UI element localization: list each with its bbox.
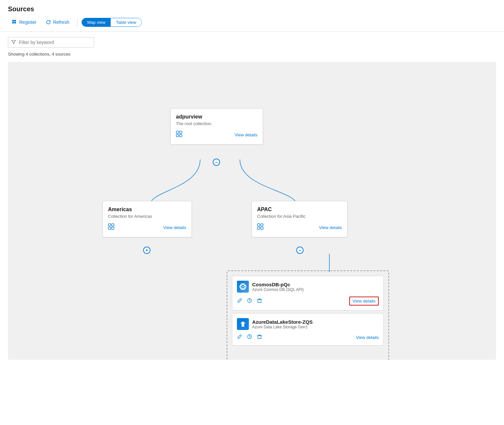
register-icon xyxy=(12,20,17,25)
toolbar-divider xyxy=(77,18,78,26)
svg-rect-1 xyxy=(14,20,16,22)
root-node-grid-icon xyxy=(176,131,183,139)
root-node-subtitle: The root collection. xyxy=(176,121,257,126)
apac-collapse-btn[interactable]: − xyxy=(296,247,304,254)
filter-icon xyxy=(11,40,16,45)
datalake-icon xyxy=(237,318,249,330)
svg-rect-6 xyxy=(180,131,182,133)
apac-node: APAC Collection for Asia Pacific View de… xyxy=(252,201,348,237)
svg-rect-11 xyxy=(108,227,111,229)
content-area: Showing 4 collections, 4 sources adpurvi… xyxy=(0,32,504,365)
datalake-actions xyxy=(237,334,262,341)
americas-node: Americas Collection for Americas View de… xyxy=(102,201,192,237)
filter-input[interactable] xyxy=(8,37,94,48)
americas-node-subtitle: Collection for Americas xyxy=(108,214,186,219)
showing-text: Showing 4 collections, 4 sources xyxy=(8,52,496,57)
toolbar: Register Refresh Map view Table view xyxy=(8,18,496,31)
cosmosdb-view-details-link[interactable]: View details xyxy=(349,297,379,306)
svg-point-20 xyxy=(242,286,244,287)
datalake-scan-icon[interactable] xyxy=(247,334,252,341)
cosmosdb-icon xyxy=(237,281,249,293)
apac-node-subtitle: Collection for Asia Pacific xyxy=(257,214,342,219)
cosmosdb-source-card: CosmosDB-pQc Azure Cosmos DB (SQL API) xyxy=(232,276,384,310)
page-title: Sources xyxy=(8,5,496,13)
svg-rect-3 xyxy=(14,22,16,24)
root-view-details-link[interactable]: View details xyxy=(235,132,257,137)
apac-sources-container: CosmosDB-pQc Azure Cosmos DB (SQL API) xyxy=(227,270,389,360)
svg-rect-22 xyxy=(258,300,261,303)
root-node: adpurview The root collection. View deta… xyxy=(170,108,263,145)
register-button[interactable]: Register xyxy=(8,18,40,27)
datalake-view-details-link[interactable]: View details xyxy=(356,335,379,340)
root-collapse-btn[interactable]: − xyxy=(213,159,220,166)
apac-node-grid-icon xyxy=(257,223,264,232)
svg-rect-9 xyxy=(108,224,111,226)
americas-node-title: Americas xyxy=(108,207,186,212)
apac-node-footer: View details xyxy=(257,223,342,232)
svg-rect-16 xyxy=(261,227,263,229)
svg-rect-7 xyxy=(176,134,179,137)
datalake-type: Azure Data Lake Storage Gen1 xyxy=(252,325,313,329)
svg-rect-8 xyxy=(180,134,182,137)
svg-rect-0 xyxy=(12,20,14,22)
datalake-footer: View details xyxy=(237,334,379,341)
datalake-name: AzureDataLakeStore-ZQS xyxy=(252,319,313,325)
americas-node-grid-icon xyxy=(108,223,115,232)
datalake-header: AzureDataLakeStore-ZQS Azure Data Lake S… xyxy=(237,318,379,330)
root-node-footer: View details xyxy=(176,131,257,139)
cosmosdb-info: CosmosDB-pQc Azure Cosmos DB (SQL API) xyxy=(252,282,304,292)
svg-rect-5 xyxy=(176,131,179,133)
cosmosdb-header: CosmosDB-pQc Azure Cosmos DB (SQL API) xyxy=(237,281,379,293)
svg-rect-13 xyxy=(257,224,260,226)
americas-expand-btn[interactable]: + xyxy=(143,247,150,254)
svg-rect-24 xyxy=(258,336,261,339)
view-toggle: Map view Table view xyxy=(82,18,142,27)
apac-view-details-link[interactable]: View details xyxy=(319,225,342,230)
svg-rect-14 xyxy=(261,224,263,226)
refresh-icon xyxy=(46,20,51,25)
root-node-title: adpurview xyxy=(176,114,257,120)
americas-node-footer: View details xyxy=(108,223,186,232)
datalake-delete-icon[interactable] xyxy=(257,334,262,341)
cosmosdb-scan-icon[interactable] xyxy=(247,298,252,305)
page-header: Sources Register Refresh Map view Table … xyxy=(0,0,504,32)
filter-wrapper xyxy=(8,37,94,48)
cosmosdb-edit-icon[interactable] xyxy=(237,298,242,305)
datalake-info: AzureDataLakeStore-ZQS Azure Data Lake S… xyxy=(252,319,313,329)
svg-rect-15 xyxy=(257,227,260,229)
svg-rect-10 xyxy=(112,224,114,226)
apac-node-title: APAC xyxy=(257,207,342,212)
cosmosdb-footer: View details xyxy=(237,297,379,306)
svg-rect-2 xyxy=(12,22,14,24)
cosmosdb-actions xyxy=(237,298,262,305)
americas-view-details-link[interactable]: View details xyxy=(163,225,186,230)
table-view-button[interactable]: Table view xyxy=(111,18,141,26)
map-canvas: adpurview The root collection. View deta… xyxy=(8,62,496,360)
cosmosdb-type: Azure Cosmos DB (SQL API) xyxy=(252,287,304,292)
datalake-edit-icon[interactable] xyxy=(237,334,242,341)
datalake-source-card: AzureDataLakeStore-ZQS Azure Data Lake S… xyxy=(232,313,384,346)
map-view-button[interactable]: Map view xyxy=(82,18,111,26)
svg-rect-12 xyxy=(112,227,114,229)
refresh-button[interactable]: Refresh xyxy=(42,18,73,27)
cosmosdb-name: CosmosDB-pQc xyxy=(252,282,304,287)
cosmosdb-delete-icon[interactable] xyxy=(257,298,262,305)
